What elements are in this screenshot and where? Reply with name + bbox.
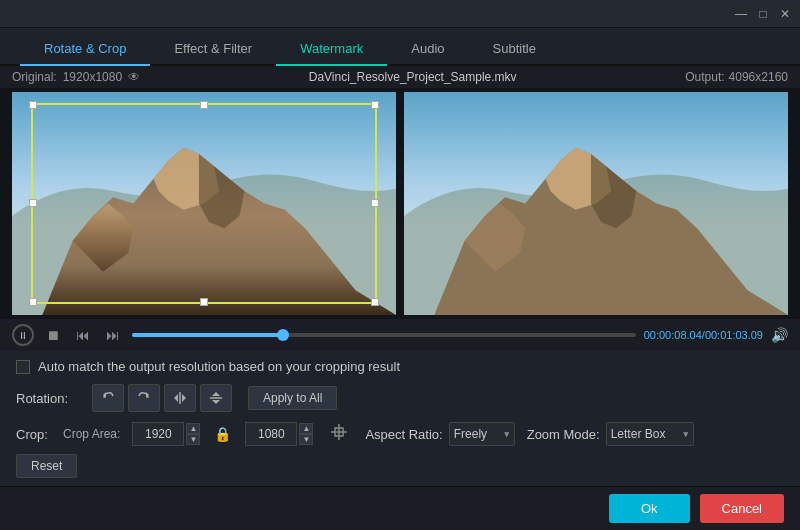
tabs-bar: Rotate & Crop Effect & Filter Watermark … (0, 28, 800, 66)
auto-match-checkbox[interactable] (16, 360, 30, 374)
crop-height-input[interactable] (245, 422, 297, 446)
width-up[interactable]: ▲ (186, 423, 200, 434)
title-bar: — □ ✕ (0, 0, 800, 28)
preview-info-bar: Original: 1920x1080 👁 DaVinci_Resolve_Pr… (0, 66, 800, 88)
tab-rotate-crop[interactable]: Rotate & Crop (20, 33, 150, 66)
apply-to-all-button[interactable]: Apply to All (248, 386, 337, 410)
rotation-label: Rotation: (16, 391, 76, 406)
cancel-button[interactable]: Cancel (700, 494, 784, 523)
main-content: Original: 1920x1080 👁 DaVinci_Resolve_Pr… (0, 66, 800, 530)
crop-label: Crop: (16, 427, 51, 442)
tab-audio[interactable]: Audio (387, 33, 468, 66)
output-resolution: 4096x2160 (729, 70, 788, 84)
zoom-mode-label: Zoom Mode: (527, 427, 600, 442)
crop-width-group: ▲ ▼ (132, 422, 200, 446)
rotate-left-button[interactable] (92, 384, 124, 412)
auto-match-label: Auto match the output resolution based o… (38, 359, 400, 374)
svg-marker-9 (212, 400, 220, 404)
output-label: Output: (685, 70, 724, 84)
zoom-mode-group: Zoom Mode: Letter Box Pan & Scan Full ▼ (527, 422, 694, 446)
svg-marker-6 (182, 394, 186, 402)
preview-panels (0, 88, 800, 319)
playback-bar: ⏸ ⏹ ⏮ ⏭ 00:00:08.04/00:01:03.09 🔊 (0, 319, 800, 351)
eye-icon[interactable]: 👁 (128, 70, 140, 84)
bottom-bar: Ok Cancel (0, 486, 800, 530)
rotation-row: Rotation: (16, 384, 784, 412)
rotation-buttons (92, 384, 232, 412)
progress-thumb[interactable] (277, 329, 289, 341)
next-frame-button[interactable]: ⏭ (102, 325, 124, 345)
rotate-right-button[interactable] (128, 384, 160, 412)
height-up[interactable]: ▲ (299, 423, 313, 434)
original-preview (12, 92, 396, 315)
pause-button[interactable]: ⏸ (12, 324, 34, 346)
maximize-button[interactable]: □ (756, 7, 770, 21)
crop-row: Crop: Crop Area: ▲ ▼ 🔒 ▲ ▼ (16, 422, 784, 446)
reset-button[interactable]: Reset (16, 454, 77, 478)
volume-icon[interactable]: 🔊 (771, 327, 788, 343)
tab-effect-filter[interactable]: Effect & Filter (150, 33, 276, 66)
svg-marker-8 (212, 392, 220, 396)
output-preview (404, 92, 788, 315)
time-display: 00:00:08.04/00:01:03.09 (644, 329, 763, 341)
crop-height-group: ▲ ▼ (245, 422, 313, 446)
aspect-ratio-label: Aspect Ratio: (365, 427, 442, 442)
width-down[interactable]: ▼ (186, 434, 200, 445)
controls-area: Auto match the output resolution based o… (0, 351, 800, 486)
svg-marker-5 (174, 394, 178, 402)
height-spinner: ▲ ▼ (299, 423, 313, 445)
width-spinner: ▲ ▼ (186, 423, 200, 445)
zoom-mode-select-wrapper: Letter Box Pan & Scan Full ▼ (606, 422, 694, 446)
crop-width-input[interactable] (132, 422, 184, 446)
lock-icon[interactable]: 🔒 (212, 426, 233, 442)
aspect-ratio-select[interactable]: Freely 16:9 4:3 1:1 Custom (449, 422, 515, 446)
height-down[interactable]: ▼ (299, 434, 313, 445)
flip-horizontal-button[interactable] (164, 384, 196, 412)
aspect-ratio-select-wrapper: Freely 16:9 4:3 1:1 Custom ▼ (449, 422, 515, 446)
center-icon[interactable] (329, 422, 349, 446)
stop-button[interactable]: ⏹ (42, 325, 64, 345)
ok-button[interactable]: Ok (609, 494, 690, 523)
close-button[interactable]: ✕ (778, 7, 792, 21)
prev-frame-button[interactable]: ⏮ (72, 325, 94, 345)
original-resolution: 1920x1080 (63, 70, 122, 84)
zoom-mode-select[interactable]: Letter Box Pan & Scan Full (606, 422, 694, 446)
progress-fill (132, 333, 283, 337)
minimize-button[interactable]: — (734, 7, 748, 21)
preview-area: Original: 1920x1080 👁 DaVinci_Resolve_Pr… (0, 66, 800, 351)
tab-watermark[interactable]: Watermark (276, 33, 387, 66)
crop-area-label: Crop Area: (63, 427, 120, 441)
flip-vertical-button[interactable] (200, 384, 232, 412)
progress-bar[interactable] (132, 333, 636, 337)
auto-match-row: Auto match the output resolution based o… (16, 359, 784, 374)
filename: DaVinci_Resolve_Project_Sample.mkv (309, 70, 517, 84)
original-label: Original: (12, 70, 57, 84)
tab-subtitle[interactable]: Subtitle (469, 33, 560, 66)
aspect-ratio-group: Aspect Ratio: Freely 16:9 4:3 1:1 Custom… (365, 422, 514, 446)
